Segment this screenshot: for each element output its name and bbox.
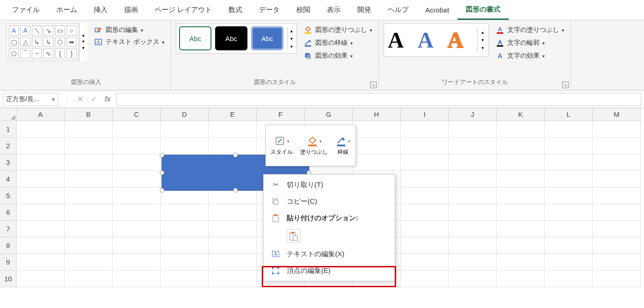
cell[interactable] xyxy=(593,254,641,271)
col-header[interactable]: E xyxy=(209,108,257,121)
col-header[interactable]: A xyxy=(17,108,65,121)
mini-outline-button[interactable]: ▾ 枠線 xyxy=(332,133,353,158)
row-header[interactable]: 9 xyxy=(0,254,17,271)
cell[interactable] xyxy=(17,204,65,221)
cell[interactable] xyxy=(65,121,113,138)
cell[interactable] xyxy=(17,271,65,287)
cell[interactable] xyxy=(449,154,497,171)
shape-star-icon[interactable]: ⬠ xyxy=(9,48,19,59)
cell[interactable] xyxy=(497,138,545,154)
cell[interactable] xyxy=(113,171,161,187)
shape-roundrect-icon[interactable]: ▢ xyxy=(9,37,19,47)
cell[interactable] xyxy=(401,237,449,254)
shape-outline-button[interactable]: 図形の枠線 ▾ xyxy=(303,39,372,47)
cell[interactable] xyxy=(161,121,209,138)
cell[interactable] xyxy=(17,237,65,254)
tab-home[interactable]: ホーム xyxy=(48,1,85,19)
text-fill-button[interactable]: A 文字の塗りつぶし ▾ xyxy=(495,26,564,34)
cell[interactable] xyxy=(113,221,161,237)
cell[interactable] xyxy=(401,154,449,171)
wordart-preset-3[interactable]: A xyxy=(447,27,463,53)
cancel-formula-button[interactable]: ✕ xyxy=(75,94,85,104)
wordart-preset-2[interactable]: A xyxy=(418,27,434,53)
cell[interactable] xyxy=(161,254,209,271)
cell[interactable] xyxy=(545,171,593,187)
row-header[interactable]: 2 xyxy=(0,138,17,154)
col-header[interactable]: D xyxy=(161,108,209,121)
cell[interactable] xyxy=(113,154,161,171)
cell[interactable] xyxy=(593,187,641,204)
cell[interactable] xyxy=(449,237,497,254)
cell[interactable] xyxy=(17,138,65,154)
tab-draw[interactable]: 描画 xyxy=(116,1,146,19)
cell[interactable] xyxy=(209,254,257,271)
tab-formulas[interactable]: 数式 xyxy=(220,1,251,19)
cell[interactable] xyxy=(449,254,497,271)
col-header[interactable]: J xyxy=(449,108,497,121)
cell[interactable] xyxy=(113,121,161,138)
cell[interactable] xyxy=(113,138,161,154)
wordart-gallery[interactable]: A A A ▴ ▾ ▾ xyxy=(384,23,489,57)
shape-style-gallery[interactable]: Abc Abc Abc ▴ ▾ ▾ xyxy=(176,23,297,54)
cell[interactable] xyxy=(209,204,257,221)
cell[interactable] xyxy=(353,121,401,138)
cell[interactable] xyxy=(113,271,161,287)
shape-arrow-icon[interactable]: ↘ xyxy=(43,25,54,36)
text-box-button[interactable]: A テキスト ボックス ▾ xyxy=(92,37,166,47)
resize-handle[interactable] xyxy=(233,188,238,193)
cell[interactable] xyxy=(545,154,593,171)
wordart-dialog-launcher[interactable]: ↘ xyxy=(562,82,569,88)
shapes-gallery-expand[interactable]: ▴ ▾ ▾ xyxy=(79,23,87,61)
formula-input[interactable] xyxy=(116,93,641,106)
ctx-paste-default[interactable] xyxy=(287,229,301,243)
shape-hexagon-icon[interactable]: ⬡ xyxy=(55,37,65,47)
cell[interactable] xyxy=(161,237,209,254)
row-header[interactable]: 1 xyxy=(0,121,17,138)
tab-pagelayout[interactable]: ページ レイアウト xyxy=(146,1,220,19)
cell[interactable] xyxy=(65,187,113,204)
cell[interactable] xyxy=(593,204,641,221)
cell[interactable] xyxy=(161,221,209,237)
cell[interactable] xyxy=(545,221,593,237)
mini-style-button[interactable]: ▾ スタイル xyxy=(268,133,295,158)
shape-brace2-icon[interactable]: } xyxy=(66,48,77,59)
col-header[interactable]: K xyxy=(497,108,545,121)
cell[interactable] xyxy=(65,138,113,154)
row-header[interactable]: 5 xyxy=(0,187,17,204)
tab-insert[interactable]: 挿入 xyxy=(85,1,116,19)
cell[interactable] xyxy=(65,237,113,254)
cell[interactable] xyxy=(401,171,449,187)
resize-handle[interactable] xyxy=(160,170,164,175)
shape-rect-icon[interactable]: ▭ xyxy=(55,25,65,36)
shape-fill-button[interactable]: 図形の塗りつぶし ▾ xyxy=(303,26,372,34)
cell[interactable] xyxy=(497,171,545,187)
cell[interactable] xyxy=(593,271,641,287)
shape-line-icon[interactable]: ＼ xyxy=(32,25,42,36)
cell[interactable] xyxy=(401,204,449,221)
style-preset-3[interactable]: Abc xyxy=(251,26,283,50)
shape-rightarrow-icon[interactable]: ➡ xyxy=(66,37,77,47)
cell[interactable] xyxy=(497,254,545,271)
name-box[interactable]: 正方形/長... ▾ xyxy=(3,93,58,106)
col-header[interactable]: C xyxy=(113,108,161,121)
cell[interactable] xyxy=(593,221,641,237)
tab-help[interactable]: ヘルプ xyxy=(379,1,417,19)
style-preset-2[interactable]: Abc xyxy=(215,26,247,50)
cell[interactable] xyxy=(401,271,449,287)
tab-acrobat[interactable]: Acrobat xyxy=(417,1,457,18)
cell[interactable] xyxy=(113,237,161,254)
cell[interactable] xyxy=(209,121,257,138)
resize-handle[interactable] xyxy=(160,188,164,193)
cell[interactable] xyxy=(449,221,497,237)
row-header[interactable]: 3 xyxy=(0,154,17,171)
cell[interactable] xyxy=(545,138,593,154)
cell[interactable] xyxy=(593,237,641,254)
tab-shapeformat[interactable]: 図形の書式 xyxy=(457,0,509,20)
row-header[interactable]: 10 xyxy=(0,271,17,287)
shape-connector2-icon[interactable]: ↳ xyxy=(43,37,54,47)
cell[interactable] xyxy=(593,171,641,187)
wordart-gallery-expand[interactable]: ▴ ▾ ▾ xyxy=(477,29,485,51)
cell[interactable] xyxy=(65,171,113,187)
cell[interactable] xyxy=(65,204,113,221)
text-outline-button[interactable]: A 文字の輪郭 ▾ xyxy=(495,39,564,47)
